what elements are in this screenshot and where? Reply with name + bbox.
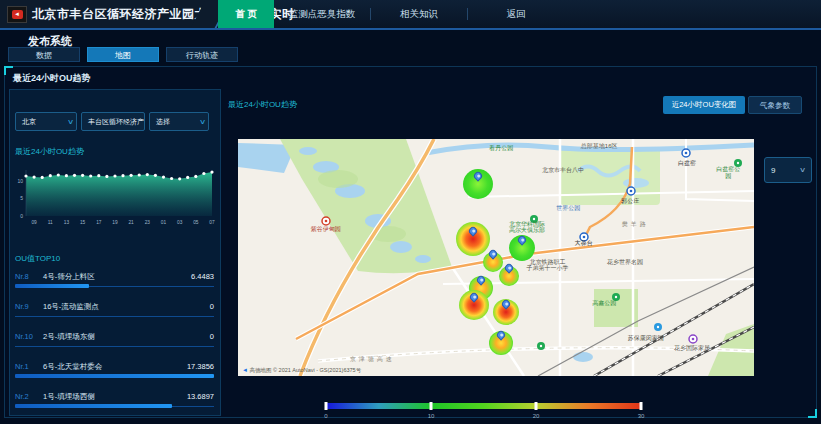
legend-tick-mark	[535, 402, 538, 410]
svg-text:07: 07	[209, 220, 215, 225]
svg-text:11: 11	[48, 220, 53, 225]
station-select[interactable]: 选择 ∨	[149, 112, 209, 131]
hour-select[interactable]: 9 ∨	[764, 157, 812, 183]
main-panel: 最近24小时OU趋势 北京 ∨ 丰台区循环经济产 ∨ 选择 ∨ 最近24小时OU…	[4, 66, 817, 418]
row-rank: Nr.2	[15, 392, 29, 401]
top-list-row: Nr.16号-北天堂村委会17.3856	[10, 356, 220, 386]
row-station-name: 4号-筛分上料区	[43, 272, 95, 282]
trend-chart-label: 最近24小时OU趋势	[15, 146, 84, 157]
map-section-label: 最近24小时OU趋势	[228, 99, 297, 110]
svg-text:5: 5	[20, 195, 23, 201]
top-list-row: Nr.102号-填埋场东侧0	[10, 326, 220, 356]
map-attribution: ◄ 高德地图 © 2021 AutoNavi - GS(2021)6375号	[242, 367, 361, 374]
row-ou-value: 13.6897	[187, 392, 214, 401]
tab-1[interactable]: 地图	[87, 47, 159, 62]
logo-icon: ◄	[12, 10, 23, 19]
row-bar-track	[15, 346, 214, 347]
svg-text:13: 13	[64, 220, 70, 225]
heat-map[interactable]: 看丹公园总部基地16区北京市丰台八中白盆窑白盆窑公园郭公庄世界公园紫谷伊甸园大葆…	[238, 139, 754, 376]
view-tabs: 数据地图行动轨迹	[8, 47, 238, 62]
nav-item-3[interactable]: 返回	[468, 0, 564, 28]
panel-title: 最近24小时OU趋势	[13, 72, 91, 85]
row-bar-track	[15, 316, 214, 317]
top-list-row: Nr.21号-填埋场西侧13.6897	[10, 386, 220, 416]
row-rank: Nr.8	[15, 272, 29, 281]
park-select-value: 丰台区循环经济产	[88, 117, 144, 127]
nav-item-1[interactable]: 监测点恶臭指数	[274, 0, 370, 28]
row-station-name: 1号-填埋场西侧	[43, 392, 95, 402]
row-ou-value: 0	[210, 332, 214, 341]
region-select-value: 北京	[22, 117, 36, 127]
top-nav: 首 页监测点恶臭指数相关知识返回	[218, 0, 564, 28]
svg-text:23: 23	[145, 220, 151, 225]
chevron-down-icon: ∨	[67, 118, 74, 126]
ou-change-map-button[interactable]: 近24小时OU变化图	[663, 96, 745, 114]
legend-tick-mark	[640, 402, 643, 410]
row-rank: Nr.1	[15, 362, 29, 371]
chevron-down-icon: ∨	[199, 118, 206, 126]
row-station-name: 2号-填埋场东侧	[43, 332, 95, 342]
legend-tick-label: 30	[638, 413, 645, 419]
nav-item-2[interactable]: 相关知识	[371, 0, 467, 28]
tab-0[interactable]: 数据	[8, 47, 80, 62]
top-list-title: OU值TOP10	[15, 253, 60, 264]
row-ou-value: 6.4483	[191, 272, 214, 281]
legend-tick-label: 20	[533, 413, 540, 419]
park-select[interactable]: 丰台区循环经济产 ∨	[81, 112, 145, 131]
hour-select-value: 9	[771, 166, 775, 175]
svg-text:0: 0	[20, 213, 23, 219]
svg-text:01: 01	[161, 220, 167, 225]
ou-trend-chart: 0510091113151719212301030507	[12, 164, 218, 232]
row-bar-fill	[15, 374, 214, 378]
svg-text:21: 21	[128, 220, 134, 225]
app-window: ◄ 北京市丰台区循环经济产业园大气恶臭状况实时 首 页监测点恶臭指数相关知识返回…	[0, 0, 821, 424]
amap-logo-icon: ◄	[242, 367, 248, 373]
chevron-down-icon: ∨	[799, 166, 806, 174]
top-list-row: Nr.916号-流动监测点0	[10, 296, 220, 326]
region-select[interactable]: 北京 ∨	[15, 112, 77, 131]
nav-item-0[interactable]: 首 页	[218, 0, 274, 28]
row-station-name: 6号-北天堂村委会	[43, 362, 102, 372]
legend-gradient-bar	[326, 403, 641, 409]
row-rank: Nr.10	[15, 332, 33, 341]
row-bar-fill	[15, 404, 172, 408]
row-station-name: 16号-流动监测点	[43, 302, 99, 312]
svg-text:17: 17	[96, 220, 102, 225]
header-bar: ◄ 北京市丰台区循环经济产业园大气恶臭状况实时 首 页监测点恶臭指数相关知识返回	[0, 0, 821, 30]
tab-2[interactable]: 行动轨迹	[166, 47, 238, 62]
ou-top-list: Nr.84号-筛分上料区6.4483Nr.916号-流动监测点0Nr.102号-…	[10, 266, 220, 416]
chevron-down-icon: ∨	[143, 118, 145, 126]
legend-tick-mark	[430, 402, 433, 410]
header-title-block: ◄ 北京市丰台区循环经济产业园大气恶臭状况实时	[0, 0, 205, 28]
row-rank: Nr.9	[15, 302, 29, 311]
svg-text:03: 03	[177, 220, 183, 225]
row-bar-fill	[15, 284, 89, 288]
app-logo: ◄	[7, 6, 27, 23]
legend-tick-label: 0	[324, 413, 327, 419]
svg-text:09: 09	[31, 220, 37, 225]
top-list-row: Nr.84号-筛分上料区6.4483	[10, 266, 220, 296]
legend-tick-label: 10	[428, 413, 435, 419]
svg-text:15: 15	[80, 220, 86, 225]
row-ou-value: 0	[210, 302, 214, 311]
row-ou-value: 17.3856	[187, 362, 214, 371]
svg-text:10: 10	[17, 178, 23, 184]
weather-params-button[interactable]: 气象参数	[748, 96, 802, 114]
panel-corner-accent	[4, 66, 13, 75]
station-select-value: 选择	[156, 117, 170, 127]
legend-tick-mark	[325, 402, 328, 410]
svg-text:19: 19	[112, 220, 118, 225]
ou-color-legend: 0102030	[326, 403, 641, 421]
svg-text:05: 05	[193, 220, 199, 225]
left-panel: 北京 ∨ 丰台区循环经济产 ∨ 选择 ∨ 最近24小时OU趋势 05100911…	[9, 89, 221, 416]
panel-corner-accent	[808, 409, 817, 418]
